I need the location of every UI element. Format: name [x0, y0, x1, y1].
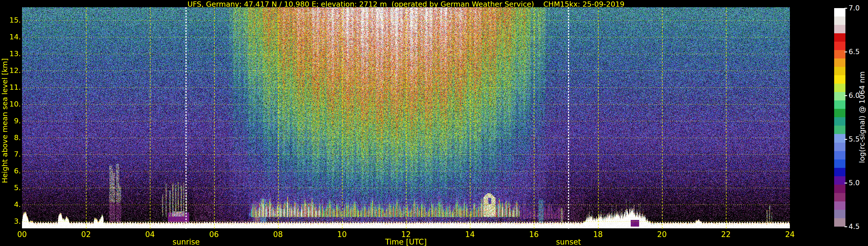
- colorbar-segment: [834, 143, 845, 151]
- colorbar-segment: [834, 100, 845, 109]
- colorbar-segment: [834, 33, 845, 42]
- y-tick-label: 5.: [0, 184, 21, 192]
- colorbar-segment: [834, 126, 845, 134]
- colorbar-tick-mark: [844, 226, 847, 227]
- colorbar-tick-mark: [844, 139, 847, 140]
- colorbar-segment: [834, 42, 845, 50]
- x-tick-label: 08: [265, 230, 291, 239]
- colorbar: [834, 8, 845, 226]
- colorbar-segment: [834, 117, 845, 126]
- colorbar-segment: [834, 185, 845, 193]
- x-tick-label: 00: [9, 230, 35, 239]
- plot-canvas: [22, 7, 790, 229]
- x-tick-label: 02: [73, 230, 99, 239]
- ceilometer-quicklook-figure: UFS, Germany; 47.417 N / 10.980 E; eleva…: [0, 0, 868, 246]
- colorbar-label: log(rc-signal) @ 1064 nm: [858, 71, 866, 163]
- colorbar-tick-mark: [844, 183, 847, 183]
- x-tick-label: 18: [585, 230, 611, 239]
- x-tick-label: 12: [393, 230, 419, 239]
- y-tick-label: 10.: [0, 100, 21, 108]
- colorbar-segment: [834, 151, 845, 159]
- colorbar-segment: [834, 159, 845, 168]
- colorbar-tick-mark: [844, 52, 847, 52]
- x-tick-label: 20: [649, 230, 675, 239]
- x-tick-label: 24: [777, 230, 803, 239]
- y-tick-label: 12.: [0, 67, 21, 75]
- colorbar-segment: [834, 109, 845, 117]
- sunset-annotation: sunset: [556, 238, 581, 246]
- y-tick-label: 11.: [0, 83, 21, 91]
- colorbar-segment: [834, 176, 845, 185]
- colorbar-tick-mark: [844, 8, 847, 9]
- colorbar-tick-label: 7.0: [848, 4, 860, 12]
- colorbar-tick-label: 5.5: [848, 135, 860, 143]
- colorbar-segment: [834, 75, 845, 84]
- colorbar-segment: [834, 50, 845, 58]
- colorbar-tick-label: 6.5: [848, 48, 860, 56]
- colorbar-tick-label: 5.0: [848, 179, 860, 187]
- colorbar-segment: [834, 210, 845, 218]
- x-tick-label: 04: [137, 230, 163, 239]
- x-tick-label: 14: [457, 230, 483, 239]
- y-tick-label: 14.: [0, 33, 21, 41]
- colorbar-segment: [834, 134, 845, 143]
- colorbar-segment: [834, 84, 845, 92]
- colorbar-tick-mark: [844, 95, 847, 96]
- colorbar-segment: [834, 168, 845, 176]
- colorbar-segment: [834, 25, 845, 33]
- y-tick-label: 8.: [0, 134, 21, 142]
- colorbar-segment: [834, 193, 845, 202]
- colorbar-segment: [834, 67, 845, 75]
- colorbar-segment: [834, 58, 845, 67]
- x-tick-label: 10: [329, 230, 355, 239]
- y-tick-label: 15.: [0, 16, 21, 24]
- y-tick-label: 7.: [0, 150, 21, 158]
- x-axis-label: Time [UTC]: [385, 238, 427, 246]
- x-tick-label: 16: [521, 230, 547, 239]
- page-title: UFS, Germany; 47.417 N / 10.980 E; eleva…: [22, 0, 790, 8]
- colorbar-tick-label: 4.5: [848, 223, 860, 230]
- sunrise-annotation: sunrise: [173, 238, 199, 246]
- y-tick-label: 13.: [0, 50, 21, 58]
- colorbar-segment: [834, 17, 845, 25]
- y-tick-label: 9.: [0, 117, 21, 125]
- x-tick-label: 22: [713, 230, 739, 239]
- colorbar-segment: [834, 92, 845, 100]
- colorbar-segment: [834, 218, 845, 226]
- colorbar-tick-label: 6.0: [848, 92, 860, 99]
- y-tick-label: 3.: [0, 217, 21, 225]
- y-tick-label: 6.: [0, 167, 21, 175]
- y-tick-label: 4.: [0, 201, 21, 209]
- colorbar-segment: [834, 202, 845, 210]
- colorbar-segment: [834, 8, 845, 17]
- x-tick-label: 06: [201, 230, 227, 239]
